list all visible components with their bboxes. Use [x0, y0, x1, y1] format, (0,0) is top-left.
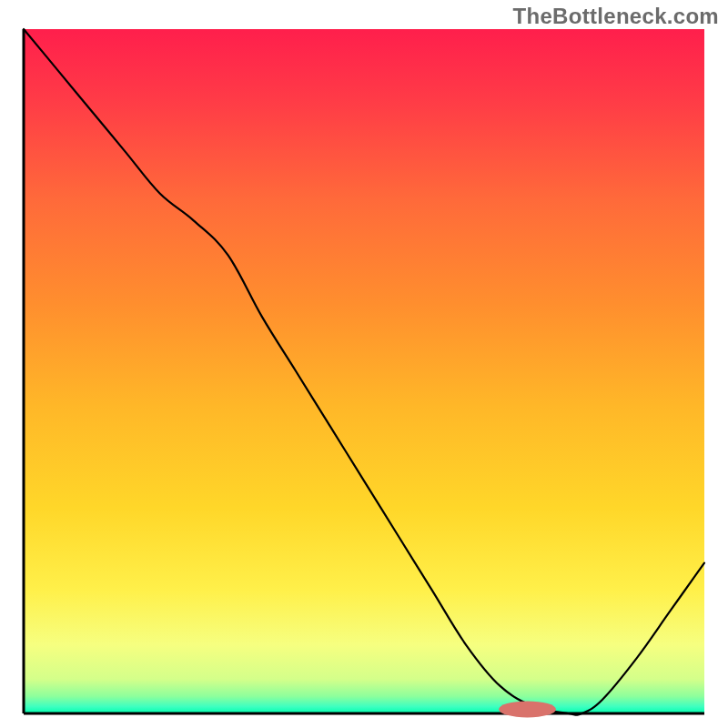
gradient-background — [24, 29, 704, 713]
plot-area — [18, 27, 710, 719]
optimum-marker — [499, 701, 556, 717]
chart-container: TheBottleneck.com — [0, 0, 728, 728]
chart-svg — [18, 27, 710, 719]
watermark-text: TheBottleneck.com — [513, 4, 719, 29]
